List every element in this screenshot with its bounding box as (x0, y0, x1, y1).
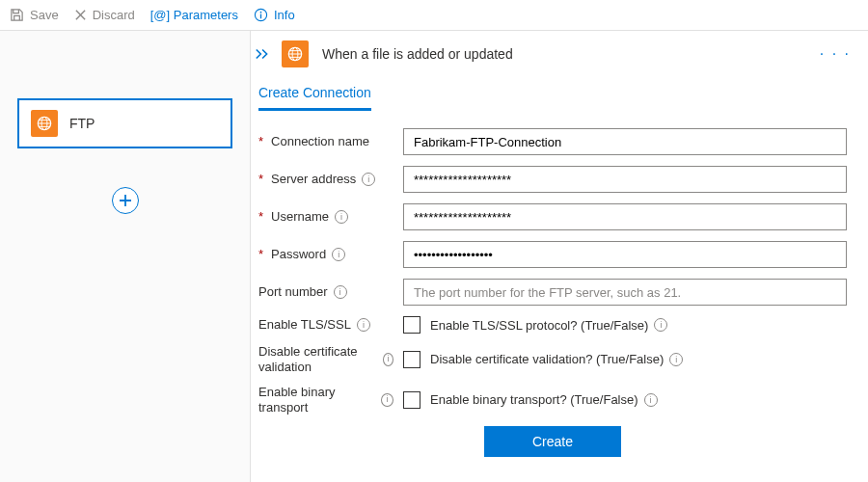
port-number-label: Port numberi (258, 284, 393, 300)
enable-tls-check-label: Enable TLS/SSL protocol? (True/False)i (430, 318, 667, 333)
disable-cert-label: Disable certificate validationi (258, 344, 393, 374)
info-label: Info (274, 8, 295, 22)
ftp-label: FTP (69, 116, 95, 131)
trigger-title: When a file is added or updated (318, 46, 513, 62)
connection-form: *Connection name *Server addressi *Usern… (255, 128, 851, 457)
left-pane: FTP (0, 31, 251, 482)
info-icon[interactable]: i (357, 318, 370, 332)
toolbar: Save Discard [@] Parameters Info (0, 0, 868, 31)
enable-tls-checkbox[interactable] (403, 316, 420, 334)
save-button[interactable]: Save (10, 8, 59, 22)
info-icon[interactable]: i (362, 173, 375, 186)
svg-rect-2 (260, 14, 261, 19)
parameters-button[interactable]: [@] Parameters (150, 8, 238, 22)
enable-binary-label: Enable binary transporti (258, 385, 393, 415)
ftp-trigger-card[interactable]: FTP (17, 98, 232, 148)
more-menu[interactable]: · · · (820, 45, 851, 63)
password-input[interactable] (403, 241, 847, 268)
discard-button[interactable]: Discard (74, 8, 135, 22)
disable-cert-check-label: Disable certificate validation? (True/Fa… (430, 352, 683, 366)
info-icon[interactable]: i (332, 248, 345, 261)
info-icon[interactable]: i (654, 318, 667, 332)
server-address-label: *Server addressi (258, 172, 393, 187)
svg-point-1 (260, 12, 262, 13)
tab-create-connection[interactable]: Create Connection (258, 77, 371, 111)
info-icon (254, 8, 268, 22)
info-button[interactable]: Info (254, 8, 295, 22)
info-icon[interactable]: i (383, 353, 393, 366)
connection-name-input[interactable] (403, 128, 847, 155)
discard-label: Discard (93, 8, 135, 22)
add-step-button[interactable] (112, 187, 139, 214)
info-icon[interactable]: i (669, 353, 683, 366)
password-label: *Passwordi (258, 247, 393, 262)
plus-icon (119, 194, 132, 207)
save-label: Save (30, 8, 59, 22)
trigger-header: When a file is added or updated · · · (255, 40, 851, 67)
port-number-input[interactable] (403, 279, 847, 306)
enable-binary-check-label: Enable binary transport? (True/False)i (430, 392, 658, 407)
ftp-icon (31, 110, 58, 137)
info-icon[interactable]: i (644, 393, 658, 407)
disable-cert-checkbox[interactable] (403, 351, 420, 368)
info-icon[interactable]: i (335, 210, 348, 224)
create-button[interactable]: Create (484, 426, 621, 457)
trigger-ftp-icon (282, 40, 309, 67)
username-input[interactable] (403, 203, 847, 230)
enable-binary-checkbox[interactable] (403, 391, 420, 409)
save-icon (10, 8, 24, 22)
content: FTP When a file is added or updated · · … (0, 31, 868, 482)
collapse-button[interactable] (255, 47, 272, 61)
parameters-label: [@] Parameters (150, 8, 238, 22)
connection-name-label: *Connection name (258, 134, 393, 149)
server-address-input[interactable] (403, 166, 847, 193)
enable-tls-label: Enable TLS/SSLi (258, 317, 393, 333)
info-icon[interactable]: i (381, 393, 393, 407)
info-icon[interactable]: i (334, 285, 347, 299)
right-pane: When a file is added or updated · · · Cr… (251, 31, 868, 482)
chevron-right-icon (255, 47, 272, 61)
close-icon (74, 9, 87, 21)
username-label: *Usernamei (258, 209, 393, 225)
